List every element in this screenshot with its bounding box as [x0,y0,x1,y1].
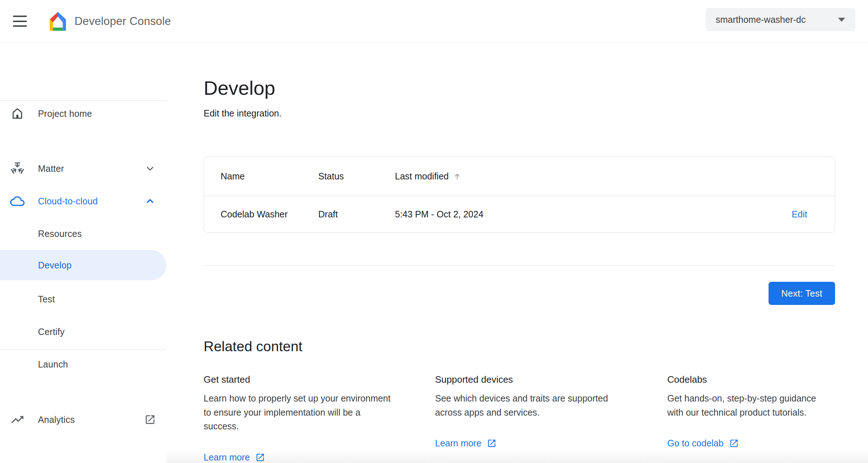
go-to-codelab-link[interactable]: Go to codelab [667,438,739,449]
menu-icon[interactable] [13,16,27,27]
related-card-get-started: Get started Learn how to properly set up… [204,373,393,463]
external-link-icon [487,438,497,448]
sidebar-item-label: Launch [38,359,68,370]
section-divider [204,265,835,266]
table-header-row: Name Status Last modified [204,157,835,196]
last-modified-value: 5:43 PM - Oct 2, 2024 [395,209,792,220]
page-title: Develop [204,77,275,99]
edit-link[interactable]: Edit [792,209,807,220]
matter-icon [10,161,25,176]
trending-up-icon [10,412,25,427]
dropdown-caret-icon [838,18,845,22]
home-icon [10,106,25,121]
sidebar-item-project-home[interactable]: Project home [0,97,166,130]
project-selector-value: smarthome-washer-dc [716,14,806,25]
column-header-name: Name [221,171,318,182]
sidebar-item-label: Cloud-to-cloud [38,196,98,207]
table-row: Codelab Washer Draft 5:43 PM - Oct 2, 20… [204,196,835,232]
card-title: Supported devices [435,373,618,386]
related-card-supported-devices: Supported devices See which devices and … [435,373,618,449]
sidebar: Project home Matter Cloud-to- [0,43,166,463]
chevron-down-icon[interactable] [144,163,156,174]
integration-name: Codelab Washer [221,209,318,220]
related-content-title: Related content [204,339,302,354]
link-label: Go to codelab [667,438,724,449]
sidebar-item-test[interactable]: Test [0,283,166,315]
integrations-table: Name Status Last modified Codelab Washer… [204,157,835,233]
learn-more-link[interactable]: Learn more [204,452,265,463]
sidebar-item-label: Analytics [38,415,75,425]
sidebar-item-label: Test [38,294,55,305]
card-title: Codelabs [667,373,825,386]
external-link-icon [729,438,739,448]
page-subtitle: Edit the integration. [204,108,281,119]
sidebar-item-analytics[interactable]: Analytics [0,403,166,436]
card-body: Learn how to properly set up your enviro… [204,391,393,433]
sidebar-item-label: Project home [38,109,92,119]
cloud-icon [10,194,25,208]
sidebar-divider [0,100,166,101]
sidebar-item-launch[interactable]: Launch [0,348,166,381]
external-link-icon [255,453,265,462]
sidebar-item-label: Resources [38,229,82,239]
card-body: Get hands-on, step-by-step guidance with… [667,391,825,419]
sidebar-item-label: Certify [38,327,65,337]
learn-more-link[interactable]: Learn more [435,438,497,449]
app-title: Developer Console [75,0,171,43]
sidebar-item-matter[interactable]: Matter [0,152,166,185]
card-title: Get started [204,373,393,386]
sidebar-divider [0,349,166,350]
external-link-icon [144,414,156,425]
app-header: Developer Console smarthome-washer-dc [0,0,868,43]
status-badge: Draft [318,209,395,220]
chevron-up-icon[interactable] [144,195,156,207]
sidebar-item-certify[interactable]: Certify [0,315,166,348]
sidebar-item-label: Develop [38,260,72,271]
link-label: Learn more [204,452,250,463]
link-label: Learn more [435,438,481,449]
next-test-button[interactable]: Next: Test [769,282,835,305]
google-home-logo [47,11,68,32]
card-body: See which devices and traits are support… [435,391,618,419]
sidebar-item-label: Matter [38,163,64,174]
sort-ascending-icon [452,172,462,181]
sidebar-item-cloud-to-cloud[interactable]: Cloud-to-cloud [0,185,166,217]
sidebar-item-develop[interactable]: Develop [0,250,166,280]
sidebar-item-resources[interactable]: Resources [0,217,166,250]
related-card-codelabs: Codelabs Get hands-on, step-by-step guid… [667,373,825,449]
column-header-last-modified[interactable]: Last modified [395,171,835,182]
column-header-status: Status [318,171,395,182]
column-header-label: Last modified [395,171,449,182]
project-selector[interactable]: smarthome-washer-dc [706,8,855,31]
